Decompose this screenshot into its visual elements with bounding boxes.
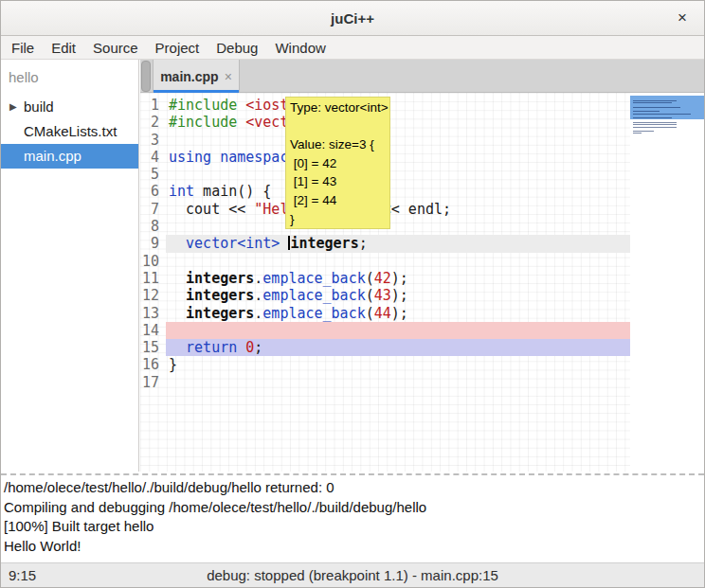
- line-number: 12: [140, 287, 166, 304]
- line-number: 11: [140, 270, 166, 287]
- code-token: 0: [245, 339, 254, 356]
- tab-close-icon[interactable]: ×: [225, 69, 232, 84]
- code-token: vector<int>: [186, 235, 280, 252]
- code-line-content[interactable]: [166, 218, 630, 235]
- code-line-content[interactable]: int main() {: [166, 183, 630, 200]
- minimap-line: [633, 100, 677, 101]
- line-number: 5: [140, 166, 166, 183]
- tooltip-line: [1] = 43: [290, 172, 389, 191]
- line-number: 3: [140, 132, 166, 149]
- minimap-viewport[interactable]: [630, 96, 705, 119]
- code-line[interactable]: 16}: [140, 356, 630, 373]
- tooltip-line: Value: size=3 {: [290, 135, 389, 154]
- sidebar-item-build[interactable]: ▶build: [1, 95, 138, 119]
- line-number: 10: [140, 253, 166, 270]
- code-line[interactable]: 17: [140, 374, 630, 391]
- tab-main-cpp[interactable]: main.cpp ×: [153, 60, 240, 93]
- code-token: #include: [169, 114, 237, 131]
- project-name-label: hello: [1, 60, 138, 87]
- code-line-content[interactable]: return 0;: [166, 339, 630, 356]
- tree-item-label: build: [24, 98, 54, 115]
- code-line[interactable]: 12 integers.emplace_back(43);: [140, 287, 630, 304]
- tooltip-line: }: [290, 210, 389, 229]
- code-line-content[interactable]: using namespace std;: [166, 149, 630, 166]
- minimap-line: [633, 114, 691, 115]
- minimap-line: [633, 124, 677, 125]
- code-line-content[interactable]: [166, 132, 630, 149]
- code-line[interactable]: 11 integers.emplace_back(42);: [140, 270, 630, 287]
- code-line-content[interactable]: [166, 253, 630, 270]
- code-token: [169, 287, 186, 304]
- menu-item-project[interactable]: Project: [147, 36, 208, 60]
- code-token: ;: [254, 339, 262, 356]
- code-line-content[interactable]: #include <iostream>: [166, 97, 630, 114]
- code-line[interactable]: 9 vector<int> integers;: [140, 235, 630, 252]
- line-number: 15: [140, 339, 166, 356]
- file-tree: ▶buildCMakeLists.txtmain.cpp: [1, 95, 138, 169]
- line-number: 8: [140, 218, 166, 235]
- menu-item-edit[interactable]: Edit: [43, 36, 84, 60]
- menu-item-debug[interactable]: Debug: [208, 36, 266, 60]
- code-token: }: [169, 356, 177, 373]
- tree-item-label: main.cpp: [24, 148, 81, 164]
- build-output-terminal[interactable]: /home/olece/test/hello/./build/debug/hel…: [1, 476, 704, 562]
- code-token: [237, 97, 245, 114]
- line-number: 9: [140, 235, 166, 252]
- window-close-icon[interactable]: ×: [670, 1, 695, 36]
- sidebar-item-main-cpp[interactable]: main.cpp: [1, 144, 138, 169]
- code-token: using: [169, 149, 211, 166]
- terminal-line: Compiling and debugging /home/olece/test…: [4, 498, 704, 518]
- menu-item-window[interactable]: Window: [266, 36, 334, 60]
- minimap-line: [633, 117, 672, 118]
- code-line-content[interactable]: [166, 322, 630, 339]
- debug-value-tooltip: Type: vector<int> Value: size=3 { [0] = …: [285, 97, 390, 229]
- code-token: [169, 270, 186, 287]
- line-number: 2: [140, 114, 166, 131]
- code-line[interactable]: 13 integers.emplace_back(44);: [140, 305, 630, 322]
- line-number: 6: [140, 183, 166, 200]
- code-token: int: [169, 183, 194, 200]
- code-line-content[interactable]: integers.emplace_back(43);: [166, 287, 630, 304]
- window-title: juCi++: [1, 1, 704, 36]
- code-token: integers: [186, 305, 254, 322]
- code-token: .: [254, 305, 262, 322]
- code-token: );: [391, 287, 408, 304]
- code-line-content[interactable]: [166, 166, 630, 183]
- scrollbar-thumb[interactable]: [141, 61, 151, 92]
- code-token: [237, 339, 245, 356]
- code-line-content[interactable]: integers.emplace_back(44);: [166, 305, 630, 322]
- code-line-content[interactable]: vector<int> integers;: [166, 235, 630, 252]
- menu-bar: FileEditSourceProjectDebugWindow: [1, 36, 704, 60]
- code-line[interactable]: 10: [140, 253, 630, 270]
- minimap-line: [633, 111, 660, 112]
- minimap-line: [633, 122, 677, 123]
- tree-item-label: CMakeLists.txt: [24, 123, 117, 139]
- minimap-line: [633, 107, 680, 108]
- code-line-content[interactable]: [166, 374, 630, 391]
- source-minimap[interactable]: [630, 93, 705, 472]
- minimap-line: [633, 131, 654, 132]
- code-line-content[interactable]: cout << "Hello World!" << endl;: [166, 201, 630, 218]
- expander-icon[interactable]: ▶: [9, 95, 17, 119]
- line-number: 1: [140, 97, 166, 114]
- code-token: [280, 235, 288, 252]
- menu-item-source[interactable]: Source: [84, 36, 147, 60]
- code-token: cout <<: [169, 201, 254, 218]
- line-number: 14: [140, 322, 166, 339]
- code-line-content[interactable]: #include <vector>: [166, 114, 630, 131]
- minimap-line: [633, 133, 642, 134]
- tooltip-line: [0] = 42: [290, 154, 389, 173]
- terminal-line: [100%] Built target hello: [4, 517, 704, 537]
- tooltip-line: [290, 117, 389, 136]
- code-line[interactable]: 14: [140, 322, 630, 339]
- code-line[interactable]: 15 return 0;: [140, 339, 630, 356]
- titlebar[interactable]: juCi++ ×: [1, 1, 704, 36]
- tooltip-line: [2] = 44: [290, 191, 389, 210]
- code-line-content[interactable]: }: [166, 356, 630, 373]
- code-line-content[interactable]: integers.emplace_back(42);: [166, 270, 630, 287]
- menu-item-file[interactable]: File: [3, 36, 43, 60]
- app-window: juCi++ × FileEditSourceProjectDebugWindo…: [0, 0, 705, 588]
- sidebar-item-cmakelists-txt[interactable]: CMakeLists.txt: [1, 119, 138, 144]
- code-token: emplace_back: [262, 305, 365, 322]
- code-token: [169, 305, 186, 322]
